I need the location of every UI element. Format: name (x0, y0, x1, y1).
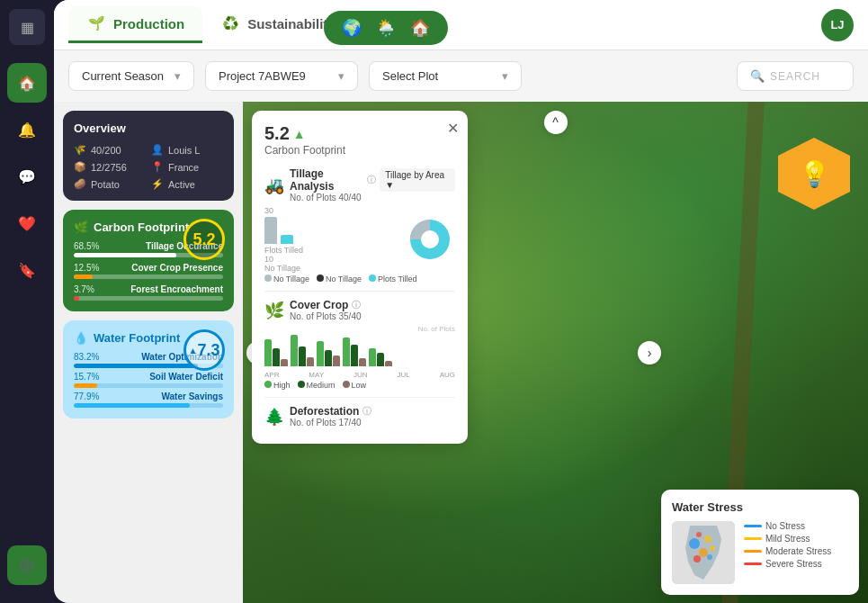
water-metric-3: 77.9% Water Savings (74, 392, 223, 408)
search-icon: 🔍 (750, 69, 765, 83)
weather-icon[interactable]: 🌦️ (376, 18, 396, 38)
tillage-section: 🚜 Tillage Analysis ⓘ Tillage by Area ▼ (264, 167, 455, 284)
chat-icon: 💬 (18, 168, 36, 185)
plots-value: 40/200 (91, 145, 121, 156)
production-tab-icon: 🌱 (86, 14, 106, 33)
heart-icon: ❤️ (18, 215, 36, 232)
sidebar-item-favorites[interactable]: ❤️ (7, 203, 47, 243)
carbon-score-value: 5.2 (192, 230, 215, 249)
cover-crop-legend: High Medium Low (264, 381, 455, 390)
water-pct-2: 15.7% (74, 372, 99, 382)
tillage-pie-chart (406, 215, 455, 265)
bar-no-tillage (264, 217, 277, 244)
overview-card: Overview 🌾 40/200 👤 Louis L 📦 12/2756 (63, 111, 234, 201)
bar-group-aug (369, 348, 392, 366)
hexagon-button[interactable]: 💡 (778, 138, 850, 210)
left-panel: Overview 🌾 40/200 👤 Louis L 📦 12/2756 (54, 102, 243, 603)
water-stress-content: No Stress Mild Stress Moderate Stress (672, 521, 848, 584)
severe-stress-label: Severe Stress (765, 559, 822, 569)
production-tab-label: Production (113, 16, 184, 32)
tab-production[interactable]: 🌱 Production (68, 6, 202, 43)
season-filter[interactable]: Current Season ▾ (68, 61, 194, 91)
tillage-legend: No Tillage No Tillage Plots Tilled (264, 274, 455, 284)
carbon-metric-2: 12.5% Cover Crop Presence (74, 263, 223, 279)
tillage-count: No. of Plots 40/40 (290, 193, 455, 202)
popup-arrow: ▲ (293, 127, 306, 141)
tillage-header: 🚜 Tillage Analysis ⓘ Tillage by Area ▼ (264, 167, 455, 202)
tillage-y-30: 30 (264, 206, 400, 215)
plot-filter[interactable]: Select Plot ▾ (369, 61, 522, 91)
sustainability-tab-icon: ♻️ (220, 14, 240, 33)
globe-icon[interactable]: 🌍 (342, 18, 362, 38)
tillage-dropdown[interactable]: Tillage by Area ▼ (380, 168, 455, 192)
crop-icon: 🥔 (74, 178, 86, 190)
water-stress-legend: No Stress Mild Stress Moderate Stress (744, 521, 831, 584)
svg-point-8 (707, 554, 712, 560)
water-score: ▲7.3 (183, 329, 225, 371)
deforestation-title: Deforestation (290, 405, 359, 418)
deforestation-section: 🌲 Deforestation ⓘ No. of Plots 17/40 (264, 405, 455, 428)
nav-arrow-right[interactable]: › (638, 341, 661, 364)
deforestation-info-icon[interactable]: ⓘ (362, 405, 371, 418)
cover-crop-chart: APRMAYJUNJULAUG No. of Plots (264, 325, 455, 379)
cover-crop-title: Cover Crop (290, 299, 348, 311)
sidebar-logo: ▦ (9, 9, 45, 45)
legend-plots-tilled: Plots Tilled (369, 274, 417, 284)
svg-point-5 (704, 536, 711, 543)
cover-crop-section: 🌿 Cover Crop ⓘ No. of Plots 35/40 (264, 299, 455, 390)
tillage-x-notillage: No Tillage (264, 264, 400, 273)
popup-value: 5.2 ▲ (264, 123, 455, 144)
sidebar-item-messages[interactable]: 💬 (7, 157, 47, 196)
water-stress-map (672, 521, 735, 584)
sidebar-item-bookmarks[interactable]: 🔖 (7, 250, 47, 290)
cover-crop-info-icon[interactable]: ⓘ (352, 299, 361, 311)
divider-1 (264, 291, 455, 292)
legend-high: High (264, 381, 291, 390)
overview-user: 👤 Louis L (151, 144, 223, 156)
legend-no-tillage: No Tillage (264, 274, 309, 284)
bar-group-may (291, 335, 314, 366)
sustainability-tab-label: Sustainability (247, 16, 336, 32)
leaf-icon: 🌿 (74, 220, 88, 234)
popup-close-button[interactable]: ✕ (447, 120, 459, 137)
map-background: 💡 🛰️ ‹ › ^ 5.2 ▲ Carbon Footpri (243, 102, 868, 603)
sidebar-item-home[interactable]: 🏠 (7, 63, 47, 103)
sidebar-item-notifications[interactable]: 🔔 (7, 110, 47, 149)
overview-location: 📍 France (151, 161, 223, 173)
count-value: 12/2756 (91, 162, 127, 173)
carbon-pct-3: 3.7% (74, 284, 94, 294)
tillage-dropdown-label: Tillage by Area ▼ (385, 170, 450, 190)
project-filter[interactable]: Project 7ABWE9 ▾ (205, 61, 358, 91)
cover-crop-count: No. of Plots 35/40 (290, 311, 362, 321)
nav-arrow-top[interactable]: ^ (544, 111, 568, 134)
tractor-icon: 🚜 (264, 176, 284, 195)
overview-plots: 🌾 40/200 (74, 144, 146, 156)
main-content: 🌱 Production ♻️ Sustainability LJ Curren… (54, 0, 868, 603)
legend-no-stress: No Stress (744, 521, 831, 531)
tillage-info-icon[interactable]: ⓘ (367, 174, 376, 186)
farm-icon[interactable]: 🏠 (410, 18, 430, 38)
water-footprint-card: 💧 Water Footprint ▲7.3 83.2% Water Optim… (63, 320, 234, 418)
user-avatar[interactable]: LJ (821, 9, 854, 41)
search-box[interactable]: 🔍 SEARCH (737, 61, 854, 91)
mild-stress-label: Mild Stress (765, 534, 810, 544)
water-pct-3: 77.9% (74, 392, 99, 401)
bar-tilled (281, 235, 293, 244)
hex-widget[interactable]: 💡 (778, 138, 850, 210)
cover-crop-y-labels: No. of Plots (418, 325, 455, 366)
carbon-footprint-card: 🌿 Carbon Footprint 5.2 68.5% Tillage Occ… (63, 210, 234, 311)
water-icon: 💧 (74, 331, 88, 345)
user-icon: 👤 (151, 144, 164, 156)
tillage-x-labels: Flots Tilled (264, 246, 400, 255)
search-placeholder: SEARCH (770, 70, 820, 83)
divider-2 (264, 397, 455, 398)
location-icon: 📍 (151, 161, 164, 173)
moderate-stress-label: Moderate Stress (765, 546, 831, 556)
sidebar-item-network[interactable]: 🕸️ (7, 545, 47, 585)
plot-filter-label: Select Plot (382, 69, 438, 83)
no-stress-label: No Stress (765, 521, 805, 531)
season-filter-label: Current Season (82, 69, 164, 83)
carbon-label-3: Forest Encroachment (130, 284, 223, 294)
status-icon: ⚡ (151, 178, 164, 190)
water-label-2: Soil Water Deficit (149, 372, 223, 382)
